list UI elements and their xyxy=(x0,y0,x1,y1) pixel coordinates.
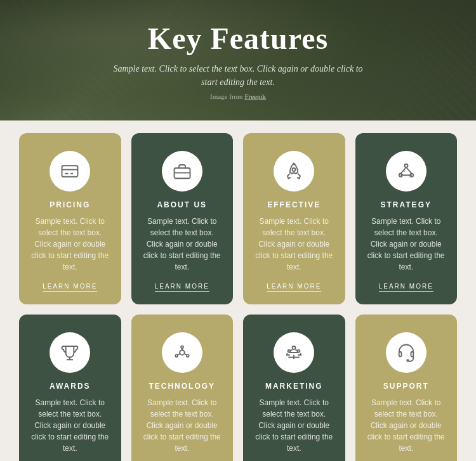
card-strategy: x o STRATEGY Sample text. Click to selec… xyxy=(355,133,458,304)
svg-point-16 xyxy=(181,346,183,348)
cards-row-1: PRICING Sample text. Click to select the… xyxy=(19,133,457,304)
awards-text: Sample text. Click to select the text bo… xyxy=(29,397,111,455)
svg-point-22 xyxy=(293,346,296,349)
svg-line-20 xyxy=(185,354,187,355)
card-effective: EFFECTIVE Sample text. Click to select t… xyxy=(243,133,345,304)
pricing-title: PRICING xyxy=(50,200,90,209)
card-awards: AWARDS Sample text. Click to select the … xyxy=(19,315,121,461)
credit-card-icon xyxy=(60,162,79,181)
about-us-learn-more[interactable]: LEARN MORE xyxy=(155,283,209,292)
svg-point-7 xyxy=(404,164,407,167)
hero-section: Key Features Sample text. Click to selec… xyxy=(0,0,476,120)
team-idea-icon xyxy=(284,343,303,362)
card-about-us: ABOUT US Sample text. Click to select th… xyxy=(131,133,234,304)
trophy-icon xyxy=(60,343,79,362)
strategy-title: STRATEGY xyxy=(381,200,432,209)
svg-line-11 xyxy=(406,167,412,174)
card-pricing: PRICING Sample text. Click to select the… xyxy=(19,133,121,304)
svg-point-6 xyxy=(293,168,296,171)
hero-attribution: Image from Freepik xyxy=(111,93,365,100)
strategy-icon-circle: x o xyxy=(386,151,426,192)
support-text: Sample text. Click to select the text bo… xyxy=(366,397,447,455)
strategy-learn-more[interactable]: LEARN MORE xyxy=(379,283,433,292)
about-us-title: ABOUT US xyxy=(157,200,207,209)
support-title: SUPPORT xyxy=(383,382,429,391)
rocket-icon xyxy=(284,162,303,181)
svg-point-18 xyxy=(175,354,178,357)
card-technology: TECHNOLOGY Sample text. Click to select … xyxy=(131,315,234,461)
hero-content: Key Features Sample text. Click to selec… xyxy=(98,8,378,113)
effective-text: Sample text. Click to select the text bo… xyxy=(253,216,335,274)
marketing-icon-circle xyxy=(274,332,314,373)
cards-row-2: AWARDS Sample text. Click to select the … xyxy=(19,315,457,461)
briefcase-icon xyxy=(173,162,192,181)
card-marketing: MARKETING Sample text. Click to select t… xyxy=(243,315,345,461)
gear-network-icon xyxy=(173,343,192,362)
effective-learn-more[interactable]: LEARN MORE xyxy=(267,283,321,292)
headset-icon xyxy=(397,343,416,362)
svg-point-27 xyxy=(407,360,409,361)
technology-text: Sample text. Click to select the text bo… xyxy=(142,397,223,455)
svg-point-24 xyxy=(298,350,300,353)
svg-text:o: o xyxy=(409,174,411,178)
about-us-icon-circle xyxy=(162,151,202,192)
support-icon-circle xyxy=(386,332,426,373)
pricing-learn-more[interactable]: LEARN MORE xyxy=(43,283,97,292)
svg-point-23 xyxy=(288,350,291,353)
awards-icon-circle xyxy=(50,332,90,373)
effective-icon-circle xyxy=(274,151,314,192)
svg-rect-0 xyxy=(62,166,78,177)
marketing-text: Sample text. Click to select the text bo… xyxy=(253,397,335,455)
freepik-link[interactable]: Freepik xyxy=(244,93,266,100)
technology-icon-circle xyxy=(162,332,202,373)
strategy-text: Sample text. Click to select the text bo… xyxy=(366,216,447,274)
marketing-title: MARKETING xyxy=(265,382,323,391)
about-us-text: Sample text. Click to select the text bo… xyxy=(142,216,223,274)
effective-title: EFFECTIVE xyxy=(267,200,321,209)
awards-title: AWARDS xyxy=(50,382,91,391)
strategy-icon: x o xyxy=(397,162,416,181)
svg-rect-25 xyxy=(399,352,402,357)
page-title: Key Features xyxy=(111,21,365,56)
svg-point-15 xyxy=(180,350,185,355)
pricing-text: Sample text. Click to select the text bo… xyxy=(29,216,111,274)
svg-line-21 xyxy=(178,354,180,355)
card-support: SUPPORT Sample text. Click to select the… xyxy=(355,315,458,461)
technology-title: TECHNOLOGY xyxy=(149,382,215,391)
hero-subtitle: Sample text. Click to select the text bo… xyxy=(111,62,365,89)
svg-rect-26 xyxy=(411,352,413,357)
pricing-icon-circle xyxy=(50,151,90,192)
cards-section: PRICING Sample text. Click to select the… xyxy=(0,120,476,461)
svg-point-17 xyxy=(187,354,189,357)
